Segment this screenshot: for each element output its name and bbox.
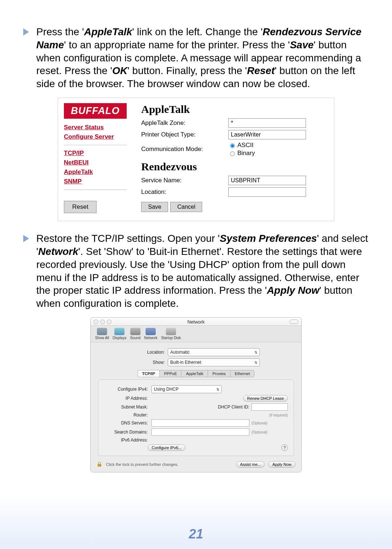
- cancel-button[interactable]: Cancel: [170, 202, 202, 212]
- text: ' button. Finally, press the ': [127, 65, 247, 76]
- sidebar-link-appletalk[interactable]: AppleTalk: [64, 168, 127, 176]
- zoom-icon[interactable]: [107, 320, 111, 324]
- toolbar-label: Network: [144, 336, 158, 340]
- text: ' to an appropriate name for the printer…: [64, 39, 290, 50]
- sidebar-link-server-status[interactable]: Server Status: [64, 124, 127, 131]
- dhcp-client-id-label: DHCP Client ID:: [218, 404, 249, 410]
- location-input[interactable]: [228, 187, 306, 197]
- keyword: Network: [38, 246, 78, 257]
- tab-ethernet[interactable]: Ethernet: [230, 370, 255, 377]
- minimize-icon[interactable]: [100, 320, 105, 324]
- configure-ipv4-value: Using DHCP: [154, 387, 179, 392]
- tab-proxies[interactable]: Proxies: [208, 370, 230, 377]
- keyword: Save: [290, 39, 314, 50]
- toolbar-displays[interactable]: Displays: [113, 328, 126, 340]
- tab-appletalk[interactable]: AppleTalk: [181, 370, 208, 377]
- tab-pppoe[interactable]: PPPoE: [159, 370, 181, 377]
- configure-ipv4-label: Configure IPv4:: [104, 387, 148, 392]
- location-label: Location:: [141, 188, 228, 196]
- dns-servers-label: DNS Servers:: [104, 420, 148, 426]
- configure-ipv4-select[interactable]: Using DHCP ⇅: [151, 385, 222, 393]
- help-icon[interactable]: ?: [281, 444, 288, 451]
- text: Press the ': [36, 26, 84, 37]
- router-label: Router:: [104, 412, 148, 418]
- ip-address-label: IP Address:: [104, 396, 148, 401]
- close-icon[interactable]: [94, 320, 98, 324]
- svg-marker-1: [23, 235, 29, 242]
- radio-binary-label: Binary: [237, 150, 255, 157]
- toolbar-label: Show All: [95, 336, 109, 340]
- instruction-paragraph-1: Press the 'AppleTalk' link on the left. …: [36, 25, 370, 90]
- window-title-bar: Network: [91, 318, 301, 326]
- toolbar-label: Sound: [130, 336, 140, 340]
- location-select[interactable]: Automatic ⇅: [168, 348, 260, 356]
- search-domains-label: Search Domains:: [104, 430, 148, 435]
- toolbar-network[interactable]: Network: [144, 328, 158, 340]
- zone-input[interactable]: [228, 118, 306, 128]
- keyword: OK: [112, 65, 127, 76]
- keyword: AppleTalk: [84, 26, 132, 37]
- comm-mode-label: Communication Mode:: [141, 146, 228, 153]
- comm-mode-ascii[interactable]: ASCII: [228, 142, 255, 149]
- embedded-screenshot-mac-network: Network Show All Displays Sound Network …: [90, 317, 302, 472]
- text: ' link on the left. Change the ': [132, 26, 262, 37]
- ipv6-address-label: IPv6 Address:: [104, 438, 148, 443]
- service-name-input[interactable]: [228, 176, 306, 185]
- comm-mode-binary[interactable]: Binary: [228, 150, 255, 157]
- toolbar-label: Displays: [113, 336, 126, 340]
- show-select[interactable]: Built-in Ethernet ⇅: [168, 358, 260, 366]
- configure-ipv6-button[interactable]: Configure IPv6...: [148, 444, 185, 451]
- page-number: 21: [0, 526, 392, 542]
- reset-button[interactable]: Reset: [64, 201, 97, 213]
- keyword: System Preferences: [220, 233, 317, 244]
- service-name-label: Service Name:: [141, 177, 228, 184]
- sidebar-link-configure-server[interactable]: Configure Server: [64, 133, 127, 141]
- dns-note: (Optional): [252, 421, 268, 425]
- embedded-screenshot-buffalo: BUFFALO Server Status Configure Server T…: [58, 98, 334, 221]
- show-label: Show:: [132, 360, 165, 365]
- appletalk-heading: AppleTalk: [141, 103, 325, 115]
- zone-label: AppleTalk Zone:: [141, 119, 228, 127]
- lock-text: Click the lock to prevent further change…: [106, 462, 178, 467]
- text: Restore the TCP/IP settings. Open your ': [36, 233, 220, 244]
- search-note: (Optional): [252, 430, 268, 434]
- radio-ascii-label: ASCII: [237, 142, 253, 149]
- toolbar-startup-disk[interactable]: Startup Disk: [161, 328, 181, 340]
- radio-binary[interactable]: [230, 151, 235, 156]
- chevron-updown-icon: ⇅: [216, 387, 219, 391]
- toolbar-showall[interactable]: Show All: [95, 328, 109, 340]
- assist-me-button[interactable]: Assist me...: [236, 461, 265, 468]
- bullet-arrow-icon: [22, 28, 30, 36]
- buffalo-logo: BUFFALO: [64, 103, 127, 119]
- dhcp-client-note: (If required): [269, 413, 288, 417]
- sidebar-link-tcpip[interactable]: TCP/IP: [64, 150, 127, 157]
- location-label: Location:: [132, 350, 165, 355]
- instruction-paragraph-2: Restore the TCP/IP settings. Open your '…: [36, 232, 370, 310]
- svg-rect-2: [98, 464, 101, 467]
- toolbar-sound[interactable]: Sound: [130, 328, 140, 340]
- chevron-updown-icon: ⇅: [254, 361, 257, 365]
- show-value: Built-in Ethernet: [170, 360, 201, 365]
- svg-marker-0: [23, 28, 29, 36]
- dhcp-client-id-input[interactable]: [252, 403, 288, 411]
- dns-servers-input[interactable]: [151, 419, 249, 427]
- sidebar-link-snmp[interactable]: SNMP: [64, 178, 127, 185]
- save-button[interactable]: Save: [141, 202, 168, 212]
- sidebar-link-netbeui[interactable]: NetBEUI: [64, 159, 127, 166]
- renew-dhcp-button[interactable]: Renew DHCP Lease: [243, 395, 288, 402]
- printer-object-type-input[interactable]: [228, 130, 306, 139]
- location-value: Automatic: [170, 350, 189, 355]
- tab-tcpip[interactable]: TCP/IP: [138, 370, 159, 377]
- subnet-mask-label: Subnet Mask:: [104, 404, 148, 410]
- apply-now-button[interactable]: Apply Now: [268, 461, 295, 468]
- search-domains-input[interactable]: [151, 428, 249, 436]
- rendezvous-heading: Rendezvous: [141, 160, 325, 173]
- window-title: Network: [187, 319, 205, 325]
- toolbar-label: Startup Disk: [161, 336, 181, 340]
- printer-object-type-label: Printer Object Type:: [141, 131, 228, 138]
- radio-ascii[interactable]: [230, 143, 235, 148]
- bullet-arrow-icon: [22, 234, 30, 243]
- keyword: Reset: [247, 65, 274, 76]
- toolbar-toggle-icon[interactable]: [290, 320, 298, 324]
- lock-icon[interactable]: [97, 461, 102, 467]
